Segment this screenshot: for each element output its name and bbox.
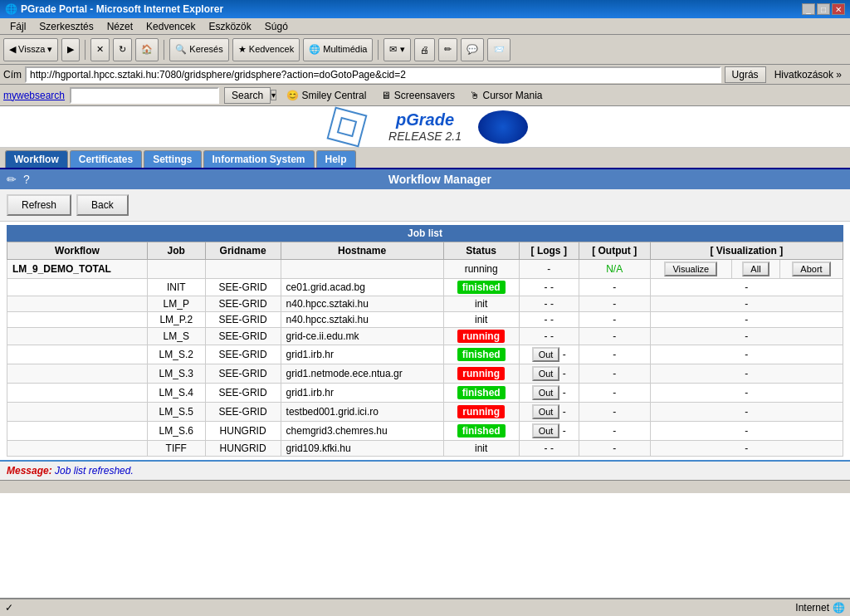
- cell-output: -: [579, 328, 650, 345]
- visualize-button[interactable]: Visualize: [664, 262, 717, 276]
- cell-output: -: [579, 345, 650, 364]
- cell-job: LM_S.5: [147, 403, 205, 422]
- tab-help[interactable]: Help: [316, 150, 356, 168]
- menu-sugo[interactable]: Súgó: [258, 20, 295, 33]
- links-label[interactable]: Hivatkozások »: [769, 69, 847, 81]
- search-toolbar: mywebsearch Search ▾ 😊 Smiley Central 🖥 …: [0, 85, 850, 106]
- favorites-toolbar-button[interactable]: ★ Kedvencek: [232, 38, 300, 61]
- cell-hostname: grid1.netmode.ece.ntua.gr: [281, 364, 443, 384]
- smiley-link[interactable]: 😊 Smiley Central: [281, 90, 371, 101]
- cell-gridname: SEE-GRID: [205, 345, 281, 364]
- cell-output: -: [579, 384, 650, 403]
- help-icon[interactable]: ?: [23, 173, 30, 186]
- edit-button[interactable]: ✏: [438, 38, 457, 61]
- cell-status: running: [443, 260, 519, 279]
- message-bar: Message: Job list refreshed.: [0, 460, 850, 480]
- cell-gridname: SEE-GRID: [205, 279, 281, 296]
- cell-job: LM_S: [147, 328, 205, 345]
- search-button[interactable]: Search: [224, 87, 271, 104]
- menu-szerkesztes[interactable]: Szerkesztés: [32, 20, 100, 33]
- cell-gridname: SEE-GRID: [205, 312, 281, 328]
- cell-output: -: [579, 422, 650, 441]
- screensavers-link[interactable]: 🖥 Screensavers: [376, 90, 460, 101]
- col-hostname: Hostname: [281, 242, 443, 260]
- go-button[interactable]: Ugrás: [725, 66, 766, 83]
- mail-button[interactable]: ✉ ▾: [383, 38, 410, 61]
- cell-status: init: [443, 296, 519, 312]
- cell-visualization: -: [650, 296, 843, 312]
- home-button[interactable]: 🏠: [135, 38, 159, 61]
- status-badge: finished: [457, 386, 506, 399]
- tab-settings[interactable]: Settings: [144, 150, 201, 168]
- forward-button[interactable]: ▶: [61, 38, 80, 61]
- cell-logs: - -: [519, 279, 579, 296]
- status-message: Message: Job list refreshed.: [7, 465, 134, 477]
- messenger-button[interactable]: 📨: [487, 38, 510, 61]
- cell-logs: - -: [519, 441, 579, 457]
- menu-eszkozok[interactable]: Eszközök: [202, 20, 257, 33]
- table-row: TIFFHUNGRIDgrid109.kfki.huinit- ---: [7, 441, 843, 457]
- out-button[interactable]: Out: [532, 404, 560, 419]
- cell-hostname: n40.hpcc.sztaki.hu: [281, 296, 443, 312]
- cell-workflow: [7, 441, 148, 457]
- cell-gridname: SEE-GRID: [205, 364, 281, 384]
- print-button[interactable]: 🖨: [414, 38, 435, 61]
- menu-fajl[interactable]: Fájl: [3, 20, 32, 33]
- refresh-button[interactable]: ↻: [113, 38, 132, 61]
- col-logs: [ Logs ]: [519, 242, 579, 260]
- search-dropdown[interactable]: ▾: [271, 90, 276, 100]
- out-button[interactable]: Out: [532, 347, 560, 362]
- menu-nezet[interactable]: Nézet: [100, 20, 139, 33]
- all-button[interactable]: All: [742, 262, 769, 276]
- cell-job: LM_P: [147, 296, 205, 312]
- address-input[interactable]: [25, 66, 721, 83]
- out-button[interactable]: Out: [532, 423, 560, 438]
- table-row: LM_S.6HUNGRIDchemgrid3.chemres.hufinishe…: [7, 422, 843, 441]
- tab-workflow[interactable]: Workflow: [5, 150, 68, 168]
- nav-tabs: Workflow Certificates Settings Informati…: [0, 148, 850, 169]
- media-toolbar-button[interactable]: 🌐 Multimédia: [303, 38, 373, 61]
- cell-output: -: [579, 441, 650, 457]
- search-toolbar-button[interactable]: 🔍 Keresés: [169, 38, 228, 61]
- address-label: Cím: [3, 69, 22, 81]
- back-button[interactable]: ◀ Vissza ▾: [3, 38, 58, 61]
- abort-button[interactable]: Abort: [792, 262, 830, 276]
- back-button[interactable]: Back: [76, 194, 129, 216]
- cell-status: running: [443, 403, 519, 422]
- out-button[interactable]: Out: [532, 385, 560, 400]
- out-button[interactable]: Out: [532, 366, 560, 381]
- cell-hostname: grid1.irb.hr: [281, 384, 443, 403]
- menu-bar: Fájl Szerkesztés Nézet Kedvencek Eszközö…: [0, 18, 850, 35]
- window-controls[interactable]: _ □ ✕: [802, 3, 845, 15]
- stop-button[interactable]: ✕: [90, 38, 110, 61]
- maximize-button[interactable]: □: [817, 3, 830, 15]
- cell-visualization: -: [650, 328, 843, 345]
- edit-icon[interactable]: ✏: [7, 173, 17, 186]
- tab-information[interactable]: Information System: [203, 150, 315, 168]
- tab-certificates[interactable]: Certificates: [70, 150, 142, 168]
- search-input[interactable]: [70, 87, 219, 104]
- minimize-button[interactable]: _: [802, 3, 815, 15]
- close-button[interactable]: ✕: [832, 3, 845, 15]
- toolbar-separator2: [164, 40, 164, 60]
- ie-icon: 🌐: [5, 3, 17, 15]
- cursor-link[interactable]: 🖱 Cursor Mania: [465, 90, 547, 101]
- cell-hostname: testbed001.grid.ici.ro: [281, 403, 443, 422]
- cell-status: init: [443, 312, 519, 328]
- menu-kedvencek[interactable]: Kedvencek: [139, 20, 202, 33]
- horizontal-scrollbar[interactable]: [0, 480, 850, 493]
- cell-job: INIT: [147, 279, 205, 296]
- cell-workflow: [7, 328, 148, 345]
- status-badge: finished: [457, 424, 506, 438]
- cell-job: [147, 260, 205, 279]
- refresh-button[interactable]: Refresh: [7, 194, 71, 216]
- cell-workflow: [7, 384, 148, 403]
- col-workflow: Workflow: [7, 242, 148, 260]
- cell-status: finished: [443, 345, 519, 364]
- section-header: Job list: [7, 225, 843, 242]
- discuss-button[interactable]: 💬: [461, 38, 484, 61]
- cell-visualization: -: [650, 403, 843, 422]
- logo-icon: [322, 110, 372, 144]
- cell-hostname: grid1.irb.hr: [281, 345, 443, 364]
- mywebsearch-link[interactable]: mywebsearch: [3, 90, 65, 101]
